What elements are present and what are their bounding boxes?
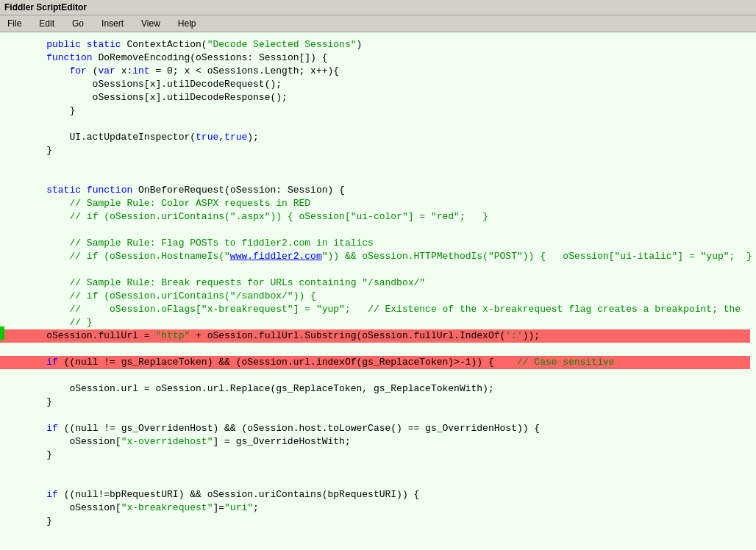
menu-bar: File Edit Go Insert View Help <box>0 15 756 32</box>
line-highlighted-1: oSession.fullUrl = "http" + oSession.ful… <box>0 329 750 343</box>
line-12: // if (oSession.uriContains(".aspx")) { … <box>24 211 488 222</box>
line-3: for (var x:int = 0; x < oSessions.Length… <box>24 65 339 76</box>
line-17: // oSession.oFlags["x-breakrequest"] = "… <box>24 304 741 315</box>
line-23: } <box>24 449 52 460</box>
menu-help[interactable]: Help <box>174 17 201 30</box>
title-bar: Fiddler ScriptEditor File Edit Go Insert… <box>0 0 756 32</box>
line-4: oSessions[x].utilDecodeRequest(); <box>24 79 282 90</box>
line-8: } <box>24 145 52 156</box>
gutter <box>0 35 4 546</box>
menu-go[interactable]: Go <box>68 17 88 30</box>
line-21: if ((null != gs_OverridenHost) && (oSess… <box>24 423 540 434</box>
line-19: oSession.url = oSession.url.Replace(gs_R… <box>24 383 494 394</box>
line-7: UI.actUpdateInspector(true,true); <box>24 132 259 143</box>
line-18: // } <box>24 317 93 328</box>
menu-view[interactable]: View <box>137 17 165 30</box>
menu-file[interactable]: File <box>3 17 26 30</box>
menu-edit[interactable]: Edit <box>35 17 59 30</box>
line-1: public static ContextAction("Decode Sele… <box>24 39 362 50</box>
line-22: oSession["x-overridehost"] = gs_Override… <box>24 436 351 447</box>
line-16: // if (oSession.uriContains("/sandbox/")… <box>24 290 316 301</box>
title-label: Fiddler ScriptEditor <box>0 0 756 15</box>
line-11: // Sample Rule: Color ASPX requests in R… <box>24 198 310 209</box>
line-26: } <box>24 515 52 526</box>
menu-insert[interactable]: Insert <box>97 17 128 30</box>
line-20: } <box>24 396 52 407</box>
line-6: } <box>24 105 75 116</box>
line-24: if ((null!=bpRequestURI) && oSession.uri… <box>24 489 419 500</box>
line-10: static function OnBeforeRequest(oSession… <box>24 185 345 196</box>
code-editor[interactable]: public static ContextAction("Decode Sele… <box>0 35 756 546</box>
line-15: // Sample Rule: Break requests for URLs … <box>24 277 425 288</box>
line-highlighted-2: if ((null != gs_ReplaceToken) && (oSessi… <box>0 356 750 369</box>
line-14: // if (oSession.HostnameIs("www.fiddler2… <box>24 251 752 262</box>
line-2: function DoRemoveEncoding(oSessions: Ses… <box>24 52 328 63</box>
green-marker <box>0 326 4 340</box>
editor-container: public static ContextAction("Decode Sele… <box>0 32 756 546</box>
line-5: oSessions[x].utilDecodeResponse(); <box>24 92 288 103</box>
line-25: oSession["x-breakrequest"]="uri"; <box>24 502 259 513</box>
line-13: // Sample Rule: Flag POSTs to fiddler2.c… <box>24 238 374 249</box>
